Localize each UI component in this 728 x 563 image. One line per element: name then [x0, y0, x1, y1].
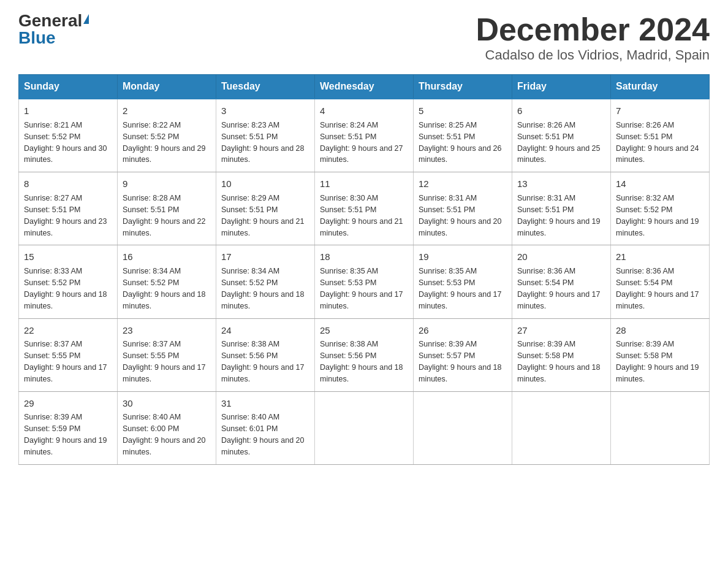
- calendar-cell: 27Sunrise: 8:39 AMSunset: 5:58 PMDayligh…: [512, 318, 611, 391]
- day-info: Sunrise: 8:30 AMSunset: 5:51 PMDaylight:…: [320, 194, 403, 237]
- day-info: Sunrise: 8:33 AMSunset: 5:52 PMDaylight:…: [24, 267, 107, 310]
- day-number: 3: [221, 104, 309, 118]
- calendar-header-row: SundayMondayTuesdayWednesdayThursdayFrid…: [19, 75, 710, 99]
- day-number: 7: [616, 104, 704, 118]
- day-number: 27: [517, 324, 605, 337]
- calendar-cell: [611, 391, 710, 464]
- day-info: Sunrise: 8:39 AMSunset: 5:57 PMDaylight:…: [419, 340, 502, 383]
- day-number: 23: [123, 324, 211, 337]
- calendar-cell: [414, 391, 512, 464]
- calendar-cell: 11Sunrise: 8:30 AMSunset: 5:51 PMDayligh…: [315, 172, 414, 245]
- day-number: 15: [24, 250, 112, 264]
- day-info: Sunrise: 8:24 AMSunset: 5:51 PMDaylight:…: [320, 121, 403, 164]
- calendar-subtitle: Cadalso de los Vidrios, Madrid, Spain: [476, 47, 710, 63]
- day-info: Sunrise: 8:38 AMSunset: 5:56 PMDaylight:…: [221, 340, 305, 383]
- day-number: 9: [123, 177, 211, 191]
- day-info: Sunrise: 8:34 AMSunset: 5:52 PMDaylight:…: [221, 267, 305, 310]
- calendar-cell: 23Sunrise: 8:37 AMSunset: 5:55 PMDayligh…: [118, 318, 216, 391]
- logo-blue-text: Blue: [18, 29, 56, 47]
- day-number: 26: [419, 324, 507, 337]
- header-wednesday: Wednesday: [315, 75, 414, 99]
- day-info: Sunrise: 8:27 AMSunset: 5:51 PMDaylight:…: [24, 194, 107, 237]
- day-number: 4: [320, 104, 408, 118]
- day-number: 10: [221, 177, 309, 191]
- day-info: Sunrise: 8:35 AMSunset: 5:53 PMDaylight:…: [320, 267, 403, 310]
- calendar-cell: 16Sunrise: 8:34 AMSunset: 5:52 PMDayligh…: [118, 245, 216, 318]
- day-number: 24: [221, 324, 309, 337]
- day-info: Sunrise: 8:37 AMSunset: 5:55 PMDaylight:…: [24, 340, 107, 383]
- day-info: Sunrise: 8:28 AMSunset: 5:51 PMDaylight:…: [123, 194, 206, 237]
- day-info: Sunrise: 8:35 AMSunset: 5:53 PMDaylight:…: [419, 267, 502, 310]
- day-number: 25: [320, 324, 408, 337]
- day-info: Sunrise: 8:26 AMSunset: 5:51 PMDaylight:…: [517, 121, 601, 164]
- calendar-cell: 29Sunrise: 8:39 AMSunset: 5:59 PMDayligh…: [19, 391, 118, 464]
- day-info: Sunrise: 8:39 AMSunset: 5:59 PMDaylight:…: [24, 413, 107, 456]
- calendar-cell: 26Sunrise: 8:39 AMSunset: 5:57 PMDayligh…: [414, 318, 512, 391]
- calendar-cell: 1Sunrise: 8:21 AMSunset: 5:52 PMDaylight…: [19, 99, 118, 172]
- day-number: 11: [320, 177, 408, 191]
- header-sunday: Sunday: [19, 75, 118, 99]
- day-info: Sunrise: 8:37 AMSunset: 5:55 PMDaylight:…: [123, 340, 206, 383]
- day-number: 14: [616, 177, 704, 191]
- day-number: 29: [24, 397, 112, 410]
- calendar-cell: 2Sunrise: 8:22 AMSunset: 5:52 PMDaylight…: [118, 99, 216, 172]
- header-friday: Friday: [512, 75, 611, 99]
- calendar-cell: [512, 391, 611, 464]
- header-thursday: Thursday: [414, 75, 512, 99]
- calendar-cell: 9Sunrise: 8:28 AMSunset: 5:51 PMDaylight…: [118, 172, 216, 245]
- calendar-cell: 25Sunrise: 8:38 AMSunset: 5:56 PMDayligh…: [315, 318, 414, 391]
- day-number: 6: [517, 104, 605, 118]
- header-monday: Monday: [118, 75, 216, 99]
- calendar-cell: 24Sunrise: 8:38 AMSunset: 5:56 PMDayligh…: [216, 318, 315, 391]
- day-number: 2: [123, 104, 211, 118]
- calendar-cell: 14Sunrise: 8:32 AMSunset: 5:52 PMDayligh…: [611, 172, 710, 245]
- calendar-cell: 3Sunrise: 8:23 AMSunset: 5:51 PMDaylight…: [216, 99, 315, 172]
- day-info: Sunrise: 8:38 AMSunset: 5:56 PMDaylight:…: [320, 340, 403, 383]
- day-info: Sunrise: 8:36 AMSunset: 5:54 PMDaylight:…: [517, 267, 601, 310]
- day-number: 30: [123, 397, 211, 410]
- calendar-cell: 21Sunrise: 8:36 AMSunset: 5:54 PMDayligh…: [611, 245, 710, 318]
- calendar-week-row: 15Sunrise: 8:33 AMSunset: 5:52 PMDayligh…: [19, 245, 710, 318]
- day-info: Sunrise: 8:34 AMSunset: 5:52 PMDaylight:…: [123, 267, 206, 310]
- day-info: Sunrise: 8:31 AMSunset: 5:51 PMDaylight:…: [517, 194, 601, 237]
- calendar-cell: 4Sunrise: 8:24 AMSunset: 5:51 PMDaylight…: [315, 99, 414, 172]
- header-tuesday: Tuesday: [216, 75, 315, 99]
- calendar-cell: 22Sunrise: 8:37 AMSunset: 5:55 PMDayligh…: [19, 318, 118, 391]
- day-number: 5: [419, 104, 507, 118]
- day-number: 16: [123, 250, 211, 264]
- day-number: 18: [320, 250, 408, 264]
- calendar-cell: 6Sunrise: 8:26 AMSunset: 5:51 PMDaylight…: [512, 99, 611, 172]
- day-info: Sunrise: 8:36 AMSunset: 5:54 PMDaylight:…: [616, 267, 699, 310]
- calendar-cell: 30Sunrise: 8:40 AMSunset: 6:00 PMDayligh…: [118, 391, 216, 464]
- day-info: Sunrise: 8:21 AMSunset: 5:52 PMDaylight:…: [24, 121, 107, 164]
- calendar-cell: 20Sunrise: 8:36 AMSunset: 5:54 PMDayligh…: [512, 245, 611, 318]
- calendar-cell: 31Sunrise: 8:40 AMSunset: 6:01 PMDayligh…: [216, 391, 315, 464]
- calendar-cell: 5Sunrise: 8:25 AMSunset: 5:51 PMDaylight…: [414, 99, 512, 172]
- calendar-cell: 15Sunrise: 8:33 AMSunset: 5:52 PMDayligh…: [19, 245, 118, 318]
- calendar-cell: [315, 391, 414, 464]
- day-number: 22: [24, 324, 112, 337]
- day-number: 17: [221, 250, 309, 264]
- logo: General Blue: [18, 12, 89, 47]
- logo-general-text: General: [18, 12, 82, 29]
- day-info: Sunrise: 8:29 AMSunset: 5:51 PMDaylight:…: [221, 194, 305, 237]
- calendar-cell: 8Sunrise: 8:27 AMSunset: 5:51 PMDaylight…: [19, 172, 118, 245]
- logo-triangle-icon: [83, 14, 89, 24]
- calendar-cell: 28Sunrise: 8:39 AMSunset: 5:58 PMDayligh…: [611, 318, 710, 391]
- day-number: 31: [221, 397, 309, 410]
- day-info: Sunrise: 8:32 AMSunset: 5:52 PMDaylight:…: [616, 194, 699, 237]
- calendar-cell: 18Sunrise: 8:35 AMSunset: 5:53 PMDayligh…: [315, 245, 414, 318]
- day-number: 19: [419, 250, 507, 264]
- day-info: Sunrise: 8:40 AMSunset: 6:01 PMDaylight:…: [221, 413, 305, 456]
- day-info: Sunrise: 8:25 AMSunset: 5:51 PMDaylight:…: [419, 121, 502, 164]
- header-saturday: Saturday: [611, 75, 710, 99]
- day-number: 12: [419, 177, 507, 191]
- calendar-cell: 10Sunrise: 8:29 AMSunset: 5:51 PMDayligh…: [216, 172, 315, 245]
- calendar-week-row: 29Sunrise: 8:39 AMSunset: 5:59 PMDayligh…: [19, 391, 710, 464]
- calendar-week-row: 22Sunrise: 8:37 AMSunset: 5:55 PMDayligh…: [19, 318, 710, 391]
- day-number: 8: [24, 177, 112, 191]
- calendar-week-row: 1Sunrise: 8:21 AMSunset: 5:52 PMDaylight…: [19, 99, 710, 172]
- day-info: Sunrise: 8:40 AMSunset: 6:00 PMDaylight:…: [123, 413, 206, 456]
- day-info: Sunrise: 8:26 AMSunset: 5:51 PMDaylight:…: [616, 121, 699, 164]
- calendar-title: December 2024: [476, 12, 710, 47]
